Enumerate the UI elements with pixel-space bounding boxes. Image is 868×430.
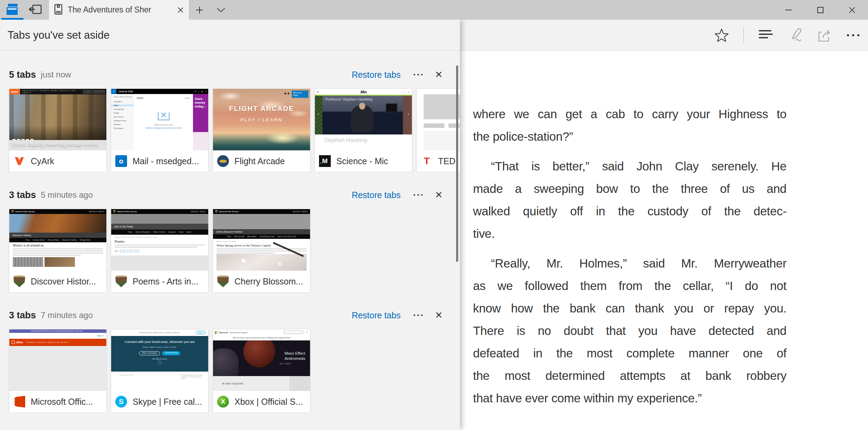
tab-card[interactable]: National Park ServiceSEARCH MENU Cherry … xyxy=(213,209,310,292)
group-time: 7 minutes ago xyxy=(41,310,93,320)
cyark-hero-photo xyxy=(9,94,106,140)
text-line: tive. xyxy=(473,222,787,245)
tab-card-label: Cherry Blossom... xyxy=(234,277,303,287)
group-close-button[interactable]: ✕ xyxy=(435,310,443,321)
group-time: just now xyxy=(41,70,71,80)
reading-list-icon[interactable] xyxy=(758,29,773,41)
group-actions: Restore tabs···✕ xyxy=(352,69,443,80)
tab-preview-toggle[interactable] xyxy=(210,0,232,20)
tab-cards-row: National Park ServiceSEARCH MENU Discove… xyxy=(0,209,460,292)
tab-cards-row: CyArkPROJECTS THEMES NEWS EDUCATION ABOU… xyxy=(0,88,460,171)
tab-thumbnail xyxy=(417,89,460,150)
tab-thumbnail: National Park ServiceSEARCH MENU Arts in… xyxy=(111,209,208,271)
tab-card[interactable]: National Park ServiceSEARCH MENU Discove… xyxy=(9,209,107,292)
microsoft-edge-badge: Microsoft Edge xyxy=(292,91,308,98)
text-line: know how the bank can thank you or repay… xyxy=(473,297,787,319)
panel-scrollbar-thumb[interactable] xyxy=(456,66,458,262)
tab-card[interactable]: Microsoft Edge FLIGHT ARCADE PLAY / LEAR… xyxy=(213,88,310,171)
mail-reading-pane: InboxFilter ▾ Select an item to read Cli… xyxy=(134,94,193,150)
restore-tabs-link[interactable]: Restore tabs xyxy=(352,70,401,80)
minimize-button[interactable] xyxy=(773,0,804,20)
share-icon[interactable] xyxy=(817,28,831,43)
browser-tab-active[interactable]: The Adventures of Sher xyxy=(49,0,189,20)
office-banner: Introducing Microsoft Teams, your new ch… xyxy=(9,329,106,333)
main-area: Tabs you've set aside 5 tabsjust nowRest… xyxy=(0,20,868,430)
restore-tabs-link[interactable]: Restore tabs xyxy=(352,310,401,320)
tabs-set-aside-panel-button[interactable] xyxy=(0,0,25,20)
book-icon xyxy=(54,4,63,16)
tab-card[interactable]: ≡.Micf y ▸ ◎ Professor Stephen Hawking ‹… xyxy=(315,88,412,171)
tab-thumbnail: Introducing Microsoft Teams, your new ch… xyxy=(9,329,106,391)
group-count: 5 tabs xyxy=(9,69,36,80)
office-favicon xyxy=(13,396,25,408)
tab-cards-row: Introducing Microsoft Teams, your new ch… xyxy=(0,329,460,412)
mail-ad: Save money today... xyxy=(193,94,208,132)
group-actions: Restore tabs···✕ xyxy=(352,310,443,321)
tab-card[interactable]: National Park ServiceSEARCH MENU Arts in… xyxy=(111,209,209,292)
new-tab-button[interactable] xyxy=(189,0,210,20)
group-count: 3 tabs xyxy=(9,310,36,321)
tab-close-button[interactable] xyxy=(177,7,184,13)
cyark-favicon xyxy=(13,155,25,167)
paragraph: “That is better,” said John Clay serenel… xyxy=(473,155,787,245)
tab-card[interactable]: ≡Outlook Mail⚲ ♪ ⚙ ? Search Mail and Peo… xyxy=(111,88,209,171)
reading-text: where we can get a cab to carry your Hig… xyxy=(473,51,787,409)
tab-card-label: Science - Mic xyxy=(336,156,388,166)
paragraph: where we can get a cab to carry your Hig… xyxy=(473,103,787,148)
group-actions: Restore tabs···✕ xyxy=(352,189,443,200)
tab-thumbnail: ≡Outlook Mail⚲ ♪ ⚙ ? Search Mail and Peo… xyxy=(111,89,208,150)
group-close-button[interactable]: ✕ xyxy=(435,69,443,80)
more-icon[interactable] xyxy=(846,33,860,38)
group-more-button[interactable]: ··· xyxy=(413,69,424,80)
mic-topbar: ≡.Micf y ▸ ◎ xyxy=(315,89,412,95)
text-line: that have ever come within my experience… xyxy=(473,387,787,409)
panel-header: Tabs you've set aside xyxy=(0,20,460,51)
tab-card[interactable]: MicrosoftStore Products Support ⌕ 🛒 Xbox… xyxy=(213,329,310,412)
tab-card-label-bar: Discover Histor... xyxy=(9,271,106,292)
envelope-icon xyxy=(158,112,170,120)
tab-card[interactable]: Introducing Microsoft Teams, your new ch… xyxy=(9,329,107,412)
tab-card-label: Xbox | Official S... xyxy=(234,397,303,407)
search-box xyxy=(284,331,303,334)
text-line: the police-station?” xyxy=(473,125,787,148)
reader-page: where we can get a cab to carry your Hig… xyxy=(460,51,868,430)
nps-topbar: National Park ServiceSEARCH MENU xyxy=(9,209,106,214)
tab-thumbnail: Microsoft Edge FLIGHT ARCADE PLAY / LEAR… xyxy=(213,89,310,150)
set-tabs-aside-button[interactable] xyxy=(25,0,46,20)
skype-topbar: Downloads Business Rates HelpSign in xyxy=(111,329,208,336)
tab-card-label: Flight Arcade xyxy=(234,156,285,166)
maximize-button[interactable] xyxy=(804,0,836,20)
restore-tabs-link[interactable]: Restore tabs xyxy=(352,190,401,200)
toolbar-divider xyxy=(743,27,744,43)
group-more-button[interactable]: ··· xyxy=(413,190,424,200)
tab-card-label: Mail - msedged... xyxy=(133,156,199,166)
tab-card-label-bar: CyArk xyxy=(9,150,106,172)
tab-card-label-bar: SSkype | Free cal... xyxy=(111,391,208,412)
close-window-button[interactable] xyxy=(836,0,868,20)
web-note-pen-icon[interactable] xyxy=(788,28,802,43)
paragraph: “Really, Mr. Holmes,” said Mr. Merryweat… xyxy=(473,252,787,409)
tab-card[interactable]: TTED xyxy=(416,88,460,171)
tab-thumbnail: National Park ServiceSEARCH MENU Cherry … xyxy=(213,209,310,271)
tab-card[interactable]: Downloads Business Rates HelpSign in Con… xyxy=(111,329,209,412)
text-line: where we can get a cab to carry your Hig… xyxy=(473,103,787,125)
nps-arrowhead-favicon xyxy=(13,275,25,287)
nps-topbar: National Park ServiceSEARCH MENU xyxy=(111,209,208,214)
ted-favicon: T xyxy=(421,155,433,167)
text-line: There is no doubt that you have detected… xyxy=(473,319,787,342)
office-navbar: OfficeProducts Templates Support My acco… xyxy=(9,339,106,346)
tab-card-label-bar: Poems - Arts in... xyxy=(111,271,208,292)
tab-thumbnail: Downloads Business Rates HelpSign in Con… xyxy=(111,329,208,391)
tab-group-header: 3 tabs7 minutes agoRestore tabs···✕ xyxy=(0,307,460,324)
tab-card[interactable]: CyArkPROJECTS THEMES NEWS EDUCATION ABOU… xyxy=(9,88,107,171)
nps-hero-photo xyxy=(9,214,106,233)
tab-title: The Adventures of Sher xyxy=(68,5,174,15)
group-close-button[interactable]: ✕ xyxy=(435,189,443,200)
tab-thumbnail: MicrosoftStore Products Support ⌕ 🛒 Xbox… xyxy=(213,329,310,391)
tab-card-label: CyArk xyxy=(31,156,54,166)
group-more-button[interactable]: ··· xyxy=(413,310,424,321)
tab-card-label-bar: MScience - Mic xyxy=(315,150,412,172)
favorites-star-icon[interactable] xyxy=(714,28,729,42)
text-line: defeated in the most complete manner one… xyxy=(473,342,787,364)
set-tabs-aside-icon xyxy=(29,3,42,17)
